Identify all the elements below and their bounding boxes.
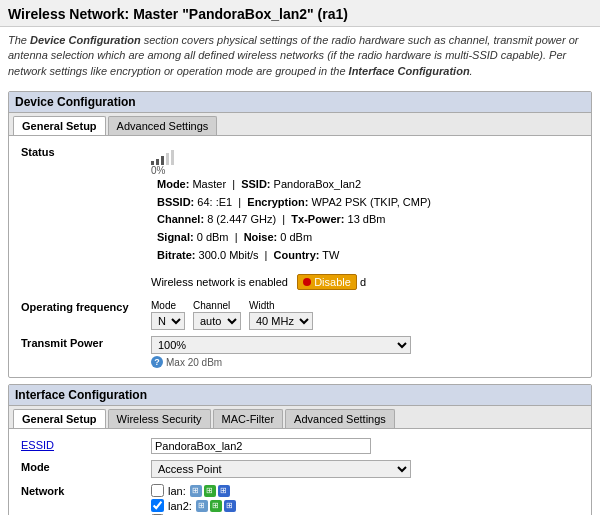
txpower-val: 13 dBm xyxy=(348,213,386,225)
width-freq-label: Width xyxy=(249,300,313,311)
network-name-lan: lan: xyxy=(168,485,186,497)
tab-iface-general-setup[interactable]: General Setup xyxy=(13,409,106,428)
wireless-enabled-value: Wireless network is enabled Disable d xyxy=(147,267,583,297)
lan-icons: ⊞ ⊞ ⊞ xyxy=(190,485,230,497)
device-config-header: Device Configuration xyxy=(9,92,591,113)
channel-freq-label: Channel xyxy=(193,300,241,311)
width-freq-item: Width 40 MHz xyxy=(249,300,313,330)
lan2-icon-1: ⊞ xyxy=(196,500,208,512)
tab-mac-filter[interactable]: MAC-Filter xyxy=(213,409,284,428)
wireless-enabled-row: Wireless network is enabled Disable d xyxy=(17,267,583,297)
signal-pct: 0% xyxy=(151,165,579,176)
interface-config-table: ESSID Mode Access Point Network xyxy=(17,435,583,515)
bssid-label: BSSID: xyxy=(157,196,194,208)
mode-freq-label: Mode xyxy=(151,300,185,311)
signal-bars xyxy=(151,149,579,165)
op-freq-group: Mode N Channel auto Width xyxy=(151,300,579,330)
noise-label: Noise: xyxy=(244,231,278,243)
status-value: 0% Mode: Master | SSID: PandoraBox_lan2 … xyxy=(147,142,583,267)
disable-label: Disable xyxy=(314,276,351,288)
enabled-suffix: d xyxy=(360,276,366,288)
bar4 xyxy=(166,153,169,165)
channel-select[interactable]: auto xyxy=(193,312,241,330)
status-details: Mode: Master | SSID: PandoraBox_lan2 BSS… xyxy=(157,176,579,264)
status-line5: Bitrate: 300.0 Mbit/s | Country: TW xyxy=(157,247,579,265)
status-line4: Signal: 0 dBm | Noise: 0 dBm xyxy=(157,229,579,247)
network-item-lan: lan: ⊞ ⊞ ⊞ xyxy=(151,484,579,497)
interface-config-body: ESSID Mode Access Point Network xyxy=(9,429,591,515)
wireless-enabled-text: Wireless network is enabled xyxy=(151,276,288,288)
signal-indicator: 0% xyxy=(151,149,579,176)
essid-row: ESSID xyxy=(17,435,583,457)
status-line3: Channel: 8 (2.447 GHz) | Tx-Power: 13 dB… xyxy=(157,211,579,229)
channel-freq-item: Channel auto xyxy=(193,300,241,330)
lan-icon-1: ⊞ xyxy=(190,485,202,497)
essid-label-cell: ESSID xyxy=(17,435,147,457)
interface-config-tabs: General Setup Wireless Security MAC-Filt… xyxy=(9,406,591,429)
device-config-section: Device Configuration General Setup Advan… xyxy=(8,91,592,378)
mode-freq-item: Mode N xyxy=(151,300,185,330)
lan-icon-3: ⊞ xyxy=(218,485,230,497)
encryption-val: WPA2 PSK (TKIP, CMP) xyxy=(311,196,430,208)
country-label: Country: xyxy=(274,249,320,261)
tab-wireless-security[interactable]: Wireless Security xyxy=(108,409,211,428)
mode-row: Mode Access Point xyxy=(17,457,583,481)
bitrate-val: 300.0 Mbit/s xyxy=(199,249,259,261)
bssid-val: 64: :E1 xyxy=(197,196,232,208)
mode-label-cell: Mode xyxy=(17,457,147,481)
interface-config-section: Interface Configuration General Setup Wi… xyxy=(8,384,592,515)
disable-button[interactable]: Disable xyxy=(297,274,357,290)
bar5 xyxy=(171,150,174,165)
transmit-help: ? Max 20 dBm xyxy=(151,356,579,368)
noise-val: 0 dBm xyxy=(280,231,312,243)
lan2-icon-3: ⊞ xyxy=(224,500,236,512)
network-row: Network lan: ⊞ ⊞ ⊞ xyxy=(17,481,583,515)
status-row: Status 0% xyxy=(17,142,583,267)
essid-link[interactable]: ESSID xyxy=(21,439,54,451)
transmit-container: 100% ? Max 20 dBm xyxy=(151,336,579,368)
width-select[interactable]: 40 MHz xyxy=(249,312,313,330)
status-info-row: 0% Mode: Master | SSID: PandoraBox_lan2 … xyxy=(151,149,579,264)
transmit-help-text: Max 20 dBm xyxy=(166,357,222,368)
channel-label: Channel: xyxy=(157,213,204,225)
network-value-cell: lan: ⊞ ⊞ ⊞ lan2: ⊞ xyxy=(147,481,583,515)
network-item-lan2: lan2: ⊞ ⊞ ⊞ xyxy=(151,499,579,512)
ssid-val: PandoraBox_lan2 xyxy=(274,178,361,190)
signal-val: 0 dBm xyxy=(197,231,229,243)
op-frequency-label: Operating frequency xyxy=(17,297,147,333)
transmit-power-select[interactable]: 100% xyxy=(151,336,411,354)
transmit-power-row: Transmit Power 100% ? Max 20 dBm xyxy=(17,333,583,371)
interface-config-header: Interface Configuration xyxy=(9,385,591,406)
bar3 xyxy=(161,156,164,165)
essid-input[interactable] xyxy=(151,438,371,454)
network-checkbox-lan2[interactable] xyxy=(151,499,164,512)
ssid-label: SSID: xyxy=(241,178,270,190)
status-line2: BSSID: 64: :E1 | Encryption: WPA2 PSK (T… xyxy=(157,194,579,212)
tab-general-setup[interactable]: General Setup xyxy=(13,116,106,135)
tab-advanced-settings[interactable]: Advanced Settings xyxy=(108,116,218,135)
transmit-power-value: 100% ? Max 20 dBm xyxy=(147,333,583,371)
tab-iface-advanced-settings[interactable]: Advanced Settings xyxy=(285,409,395,428)
network-checkbox-lan[interactable] xyxy=(151,484,164,497)
intro-text: The Device Configuration section covers … xyxy=(0,27,600,85)
mode-value-cell: Access Point xyxy=(147,457,583,481)
status-line1: Mode: Master | SSID: PandoraBox_lan2 xyxy=(157,176,579,194)
mode-select[interactable]: N xyxy=(151,312,185,330)
disable-dot-icon xyxy=(303,278,311,286)
mode-iface-select[interactable]: Access Point xyxy=(151,460,411,478)
device-config-table: Status 0% xyxy=(17,142,583,371)
status-label: Status xyxy=(17,142,147,267)
network-label-cell: Network xyxy=(17,481,147,515)
essid-value-cell xyxy=(147,435,583,457)
transmit-select-row: 100% xyxy=(151,336,579,354)
wireless-enabled-container: Wireless network is enabled Disable d xyxy=(151,274,579,290)
device-config-body: Status 0% xyxy=(9,136,591,377)
help-icon: ? xyxy=(151,356,163,368)
lan2-icons: ⊞ ⊞ ⊞ xyxy=(196,500,236,512)
mode-val: Master xyxy=(192,178,226,190)
txpower-label: Tx-Power: xyxy=(291,213,344,225)
encryption-label: Encryption: xyxy=(247,196,308,208)
op-frequency-row: Operating frequency Mode N Channel a xyxy=(17,297,583,333)
signal-label: Signal: xyxy=(157,231,194,243)
page-title: Wireless Network: Master "PandoraBox_lan… xyxy=(0,0,600,27)
